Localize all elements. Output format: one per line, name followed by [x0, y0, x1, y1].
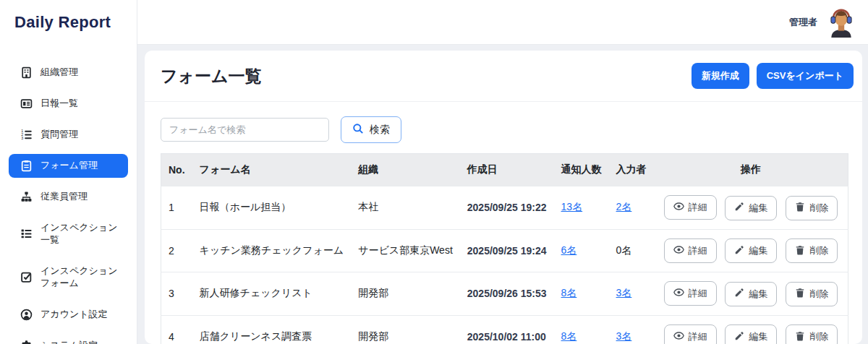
- trash-icon: [795, 245, 805, 257]
- sidebar-item-label: システム設定: [41, 340, 98, 344]
- sidebar-item-organization[interactable]: 組織管理: [9, 61, 128, 85]
- delete-button-label: 削除: [809, 288, 828, 301]
- form-name: キッチン業務チェックフォーム: [192, 229, 352, 272]
- search-button-label: 検索: [370, 124, 390, 137]
- edit-button-label: 編集: [749, 244, 767, 257]
- table-header: No. フォーム名 組織 作成日 通知人数 入力者 操作: [161, 154, 848, 186]
- table-row: 3 新人研修チェックリスト 開発部 2025/09/26 15:53 8名 3名…: [161, 272, 848, 316]
- row-actions: 詳細 編集 削除: [654, 272, 848, 316]
- edit-button[interactable]: 編集: [725, 238, 777, 263]
- main-area: 管理者 フォーム一覧 新規作成 CS: [137, 0, 868, 344]
- edit-button[interactable]: 編集: [725, 196, 777, 220]
- sidebar-item-inspection-form[interactable]: インスペクションフォーム: [9, 259, 128, 296]
- detail-button[interactable]: 詳細: [664, 281, 717, 306]
- row-no: 3: [161, 272, 192, 316]
- user-avatar[interactable]: [826, 7, 856, 38]
- sidebar-item-label: 日報一覧: [41, 98, 78, 110]
- form-list-card: フォーム一覧 新規作成 CSVをインポート 検索: [145, 51, 862, 344]
- sidebar-item-label: インスペクション一覧: [41, 222, 122, 246]
- delete-button-label: 削除: [809, 244, 828, 257]
- edit-button-label: 編集: [749, 288, 767, 301]
- edit-button-label: 編集: [749, 202, 767, 215]
- detail-button[interactable]: 詳細: [664, 195, 717, 220]
- trash-icon: [795, 331, 805, 343]
- table-row: 4 店舗クリーンネス調査票 開発部 2025/10/02 11:00 8名 3名…: [161, 315, 848, 344]
- col-notify-count: 通知人数: [554, 154, 609, 186]
- building-icon: [20, 66, 33, 79]
- col-created-date: 作成日: [460, 154, 554, 186]
- search-row: 検索: [161, 116, 845, 143]
- created-date: 2025/09/26 15:53: [460, 272, 554, 316]
- check-square-icon: [20, 271, 33, 283]
- sidebar-item-daily-reports[interactable]: 日報一覧: [9, 92, 128, 116]
- user-role-label: 管理者: [789, 16, 817, 29]
- notify-count-link[interactable]: 6名: [561, 244, 577, 256]
- form-name: 日報（ホール担当）: [192, 186, 352, 230]
- csv-import-button[interactable]: CSVをインポート: [757, 63, 854, 89]
- trash-icon: [795, 202, 805, 214]
- detail-button[interactable]: 詳細: [664, 324, 717, 344]
- detail-button-label: 詳細: [689, 201, 707, 214]
- col-inputters: 入力者: [609, 154, 654, 186]
- page-content: フォーム一覧 新規作成 CSVをインポート 検索: [137, 45, 868, 344]
- edit-button[interactable]: 編集: [725, 282, 777, 306]
- create-new-button[interactable]: 新規作成: [692, 63, 749, 89]
- delete-button[interactable]: 削除: [786, 238, 838, 263]
- col-actions: 操作: [654, 154, 848, 186]
- pencil-icon: [734, 331, 744, 343]
- notify-count-link[interactable]: 13名: [561, 201, 583, 212]
- organization: サービス部東京West: [351, 229, 460, 272]
- card-body: 検索 No. フォーム名 組織: [145, 102, 862, 344]
- sidebar-item-account-settings[interactable]: アカウント設定: [9, 303, 128, 327]
- inputters-count: 0名: [616, 244, 632, 256]
- detail-button-label: 詳細: [689, 330, 707, 343]
- sidebar-item-questions[interactable]: 123 質問管理: [9, 123, 128, 147]
- clipboard-form-icon: [20, 160, 33, 172]
- row-no: 1: [161, 186, 192, 230]
- search-button[interactable]: 検索: [341, 116, 401, 143]
- page-title: フォーム一覧: [161, 65, 262, 87]
- sidebar-item-employees[interactable]: 従業員管理: [9, 185, 128, 209]
- row-actions: 詳細 編集 削除: [654, 229, 848, 272]
- edit-button-label: 編集: [749, 330, 767, 343]
- eye-icon: [673, 330, 684, 343]
- search-icon: [352, 123, 364, 137]
- inputters-count-link[interactable]: 3名: [616, 287, 632, 298]
- detail-button-label: 詳細: [689, 244, 707, 257]
- organization: 本社: [351, 186, 460, 230]
- table-row: 1 日報（ホール担当） 本社 2025/09/25 19:22 13名 2名 詳…: [161, 186, 848, 230]
- col-form-name: フォーム名: [192, 154, 352, 186]
- sidebar-item-inspection-list[interactable]: インスペクション一覧: [9, 216, 128, 252]
- top-header: 管理者: [137, 0, 868, 45]
- notify-count-link[interactable]: 8名: [561, 330, 577, 342]
- detail-button[interactable]: 詳細: [664, 238, 717, 263]
- delete-button[interactable]: 削除: [786, 282, 838, 306]
- delete-button-label: 削除: [809, 330, 828, 343]
- table-row: 2 キッチン業務チェックフォーム サービス部東京West 2025/09/25 …: [161, 229, 848, 272]
- delete-button-label: 削除: [809, 202, 828, 215]
- sidebar-item-forms[interactable]: フォーム管理: [9, 154, 128, 178]
- card-header: フォーム一覧 新規作成 CSVをインポート: [145, 51, 862, 102]
- sidebar-item-system-settings[interactable]: システム設定: [9, 334, 128, 344]
- sidebar-item-label: 組織管理: [41, 66, 78, 79]
- report-card-icon: [20, 98, 33, 110]
- delete-button[interactable]: 削除: [786, 324, 838, 344]
- inputters-count-link[interactable]: 2名: [616, 201, 632, 212]
- search-input[interactable]: [161, 118, 329, 142]
- row-actions: 詳細 編集 削除: [654, 315, 848, 344]
- row-actions: 詳細 編集 削除: [654, 186, 848, 230]
- delete-button[interactable]: 削除: [786, 196, 838, 220]
- eye-icon: [673, 287, 684, 300]
- edit-button[interactable]: 編集: [725, 324, 777, 344]
- sidebar-item-label: 従業員管理: [41, 191, 88, 203]
- eye-icon: [673, 244, 684, 257]
- org-chart-icon: [20, 191, 33, 203]
- inputters-count-link[interactable]: 3名: [616, 330, 632, 342]
- form-name: 店舗クリーンネス調査票: [192, 315, 352, 344]
- organization: 開発部: [351, 315, 460, 344]
- pencil-icon: [734, 245, 744, 257]
- svg-text:3: 3: [21, 136, 23, 140]
- pencil-icon: [734, 202, 744, 214]
- sidebar-item-label: インスペクションフォーム: [41, 265, 122, 290]
- notify-count-link[interactable]: 8名: [561, 287, 577, 298]
